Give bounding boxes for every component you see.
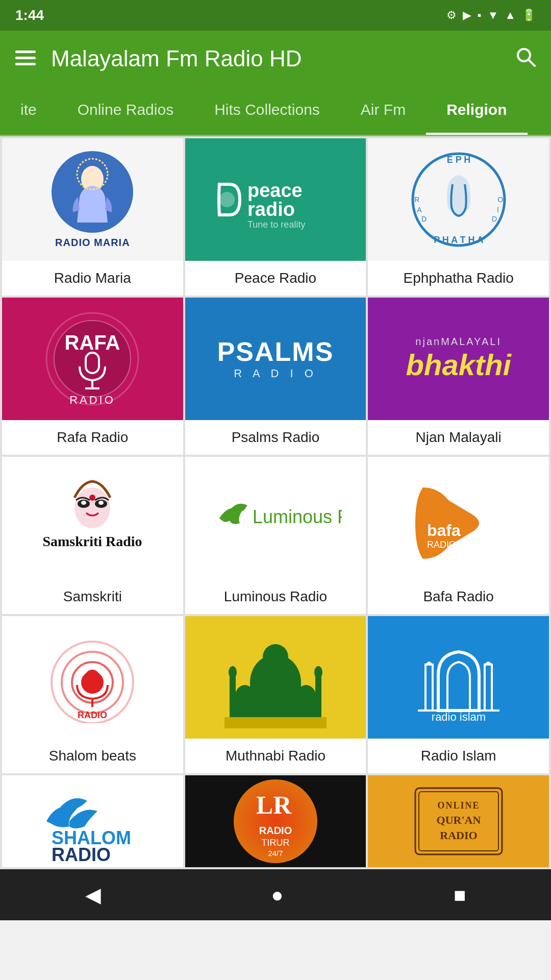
svg-text:RADIO: RADIO [259, 825, 292, 836]
svg-rect-50 [235, 698, 255, 718]
card-njan-malayali[interactable]: njanMALAYALI bhakthi Njan Malayali [368, 298, 549, 455]
svg-rect-53 [230, 672, 236, 718]
svg-point-31 [81, 501, 86, 505]
card-radio-islam[interactable]: radio islam Radio Islam [368, 616, 549, 773]
recent-button[interactable]: ■ [433, 876, 486, 914]
card-label-psalms-radio: Psalms Radio [227, 420, 325, 455]
svg-text:LR: LR [256, 791, 292, 819]
card-label-rafa-radio: Rafa Radio [52, 420, 133, 455]
svg-rect-0 [15, 51, 36, 53]
radio-grid: RADIO MARIA Radio Maria peace radio Tune… [0, 136, 551, 869]
svg-text:ONLINE: ONLINE [437, 800, 480, 811]
svg-text:I: I [497, 206, 499, 214]
svg-text:E P H: E P H [446, 155, 470, 165]
status-time: 1:44 [15, 7, 44, 23]
svg-point-28 [74, 487, 110, 528]
svg-text:peace: peace [247, 180, 303, 201]
svg-point-32 [98, 501, 104, 505]
card-label-radio-maria: Radio Maria [49, 261, 136, 296]
svg-text:RADIO: RADIO [440, 829, 477, 842]
svg-line-4 [529, 60, 535, 66]
svg-text:Luminous Radio: Luminous Radio [253, 506, 342, 527]
svg-text:RADIO: RADIO [427, 540, 456, 550]
svg-text:RADIO: RADIO [78, 710, 107, 720]
svg-rect-52 [296, 698, 316, 718]
battery-icon: 🔋 [522, 9, 536, 22]
card-label-ephphatha-radio: Ephphatha Radio [398, 261, 518, 296]
tab-hits-collections[interactable]: Hits Collections [194, 87, 340, 135]
svg-text:P H A T H A: P H A T H A [434, 235, 484, 245]
svg-text:24/7: 24/7 [268, 849, 283, 857]
card-label-bafa-radio: Bafa Radio [418, 579, 499, 614]
tabs-bar: ite Online Radios Hits Collections Air F… [0, 87, 551, 136]
svg-text:O: O [497, 195, 503, 204]
card-psalms-radio[interactable]: PSALMS R A D I O Psalms Radio [185, 298, 366, 455]
card-quran-radio[interactable]: ONLINE QUR'AN RADIO [368, 775, 549, 867]
svg-text:bafa: bafa [427, 521, 461, 540]
play-icon: ▶ [463, 9, 471, 22]
card-peace-radio[interactable]: peace radio Tune to reality Peace Radio [185, 138, 366, 296]
svg-rect-1 [15, 57, 36, 59]
tab-religion[interactable]: Religion [426, 87, 527, 135]
svg-point-33 [89, 495, 95, 501]
tab-air-fm[interactable]: Air Fm [340, 87, 426, 135]
search-icon[interactable] [515, 46, 536, 71]
tab-online-radios[interactable]: Online Radios [57, 87, 194, 135]
home-button[interactable]: ● [251, 876, 304, 914]
card-muthnabi-radio[interactable]: Muthnabi Radio [185, 616, 366, 773]
card-rafa-radio[interactable]: RAFA RADIO Rafa Radio [2, 298, 183, 455]
svg-rect-58 [425, 665, 433, 710]
svg-rect-55 [315, 672, 321, 718]
card-label-njan-malayali: Njan Malayali [411, 420, 507, 455]
card-shalom-beats[interactable]: RADIO Shalom beats [2, 616, 183, 773]
app-bar: Malayalam Fm Radio HD [0, 31, 551, 87]
svg-point-54 [229, 666, 237, 678]
card-label-muthnabi-radio: Muthnabi Radio [220, 739, 331, 773]
svg-text:QUR'AN: QUR'AN [436, 814, 481, 826]
settings-icon: ⚙ [446, 9, 457, 22]
svg-text:RAFA: RAFA [65, 331, 120, 354]
svg-text:radio islam: radio islam [431, 710, 485, 721]
card-label-luminous-radio: Luminous Radio [219, 579, 332, 614]
svg-point-48 [263, 644, 288, 670]
storage-icon: ▪ [478, 9, 482, 22]
menu-icon[interactable] [15, 47, 36, 70]
card-samskriti[interactable]: Samskriti Radio Samskriti [2, 457, 183, 614]
card-label-radio-islam: Radio Islam [416, 739, 502, 773]
svg-text:D: D [421, 215, 427, 223]
svg-text:RADIO: RADIO [69, 394, 115, 406]
back-button[interactable]: ◀ [65, 875, 121, 914]
svg-point-8 [219, 192, 235, 207]
svg-rect-47 [250, 682, 301, 718]
card-label-samskriti: Samskriti [58, 579, 127, 614]
svg-text:A: A [417, 206, 422, 214]
bottom-nav: ◀ ● ■ [0, 869, 551, 920]
svg-rect-57 [224, 717, 327, 728]
svg-text:TIRUR: TIRUR [261, 838, 289, 848]
svg-text:RADIO: RADIO [52, 844, 111, 862]
tab-ite[interactable]: ite [0, 87, 57, 135]
svg-text:Samskriti Radio: Samskriti Radio [43, 533, 142, 549]
status-icons: ⚙ ▶ ▪ ▼ ▲ 🔋 [446, 9, 536, 22]
svg-rect-59 [485, 665, 492, 710]
card-radio-tirur[interactable]: LR RADIO TIRUR 24/7 [185, 775, 366, 867]
card-luminous-radio[interactable]: Luminous Radio Luminous Radio [185, 457, 366, 614]
signal-icon: ▲ [505, 9, 516, 22]
status-bar: 1:44 ⚙ ▶ ▪ ▼ ▲ 🔋 [0, 0, 551, 31]
svg-rect-43 [85, 670, 99, 693]
card-bafa-radio[interactable]: bafa RADIO Bafa Radio [368, 457, 549, 614]
wifi-icon: ▼ [487, 9, 498, 22]
card-label-shalom-beats: Shalom beats [44, 739, 141, 773]
svg-point-56 [314, 666, 322, 678]
svg-text:D: D [492, 215, 497, 223]
app-title: Malayalam Fm Radio HD [51, 46, 500, 71]
card-label-peace-radio: Peace Radio [230, 261, 321, 296]
card-radio-maria[interactable]: RADIO MARIA Radio Maria [2, 138, 183, 296]
svg-text:Tune to reality: Tune to reality [247, 219, 305, 230]
card-ephphatha-radio[interactable]: E P H P H A T H A R O A I D D Ephphatha … [368, 138, 549, 296]
svg-text:R: R [414, 195, 419, 204]
svg-rect-2 [15, 63, 36, 65]
svg-text:radio: radio [247, 199, 295, 220]
card-shalom-radio[interactable]: SHALOM RADIO [2, 775, 183, 867]
